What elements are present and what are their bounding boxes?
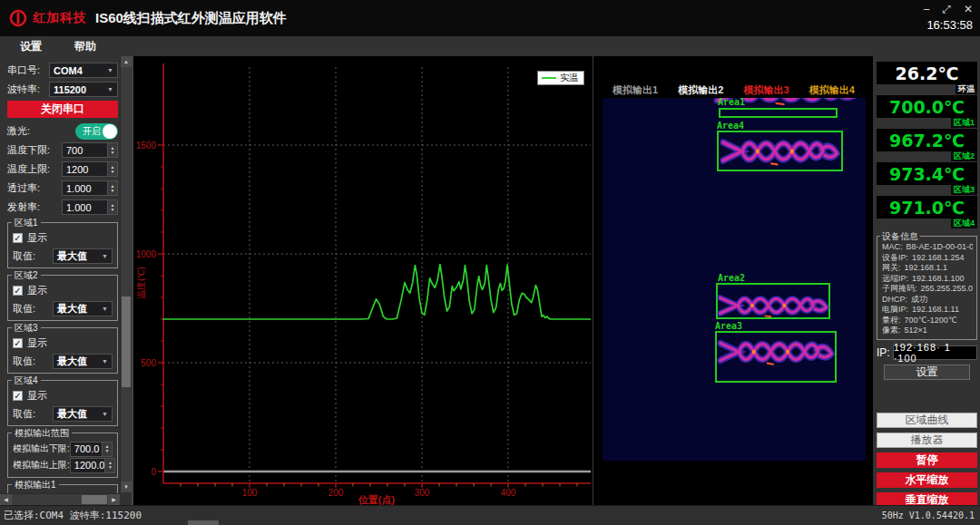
maximize-icon[interactable]: ⤢ bbox=[942, 3, 951, 15]
ambient-temp-value: 26.2℃ bbox=[877, 62, 977, 84]
ip-address-input[interactable]: 192·168· 1 ·100 bbox=[893, 345, 977, 360]
close-serial-button[interactable]: 关闭串口 bbox=[7, 101, 118, 118]
control-sidebar: 串口号: COM4▼ 波特率: 115200▼ 关闭串口 激光: 开启 bbox=[0, 56, 132, 505]
area3-group: 区域3 ✓ 显示 取值: 最大值▼ bbox=[7, 327, 118, 374]
spinner-arrows[interactable]: ▲▼ bbox=[107, 200, 117, 214]
analog-lower-input[interactable]: 700.0▲▼ bbox=[70, 442, 113, 457]
menu-bar: 设置 帮助 bbox=[0, 36, 980, 56]
sidebar-horizontal-scrollbar[interactable]: ◀ ▶ bbox=[0, 493, 120, 505]
spinner-arrows[interactable]: ▲▼ bbox=[107, 181, 117, 195]
ip-settings-button[interactable]: 设置 bbox=[884, 365, 970, 380]
area1-box[interactable] bbox=[719, 108, 838, 118]
chart-legend: 实温 bbox=[537, 71, 584, 85]
temp-lower-label: 温度下限: bbox=[7, 143, 50, 157]
horizontal-zoom-button[interactable]: 水平缩放 bbox=[877, 472, 977, 488]
device-info-row: 电脑IP:192.168.1.11 bbox=[882, 305, 973, 316]
taskbar-peek bbox=[188, 520, 219, 525]
svg-text:1500: 1500 bbox=[136, 141, 157, 151]
scroll-left-icon[interactable]: ◀ bbox=[0, 494, 12, 505]
spinner-arrows[interactable]: ▲▼ bbox=[107, 143, 117, 157]
logo-icon bbox=[9, 9, 27, 27]
temp-upper-label: 温度上限: bbox=[7, 162, 50, 176]
legend-line-swatch bbox=[542, 77, 556, 79]
pause-button[interactable]: 暂停 bbox=[877, 452, 977, 468]
area4-label: Area4 bbox=[717, 121, 744, 131]
area2-group: 区域2 ✓ 显示 取值: 最大值▼ bbox=[7, 275, 118, 321]
area1-show-checkbox[interactable]: ✓ bbox=[13, 233, 23, 243]
svg-text:1000: 1000 bbox=[136, 249, 157, 259]
spinner-arrows[interactable]: ▲▼ bbox=[102, 442, 112, 456]
emissivity-input[interactable]: 1.000▲▼ bbox=[62, 199, 118, 215]
analog-upper-input[interactable]: 1200.0▲▼ bbox=[70, 458, 116, 473]
scrollbar-thumb[interactable] bbox=[122, 297, 131, 387]
device-info-row: 量程:700℃-1200℃ bbox=[882, 316, 973, 326]
area3-show-checkbox[interactable]: ✓ bbox=[13, 338, 23, 348]
area1-temp-value: 700.0℃ bbox=[877, 95, 977, 118]
area1-group: 区域1 ✓ 显示 取值: 最大值▼ bbox=[7, 222, 118, 268]
area4-box[interactable] bbox=[717, 131, 843, 171]
serial-port-select[interactable]: COM4▼ bbox=[49, 63, 118, 78]
title-bar: 红加科技 IS60线扫描式红外测温应用软件 – ⤢ ✕ 16:53:58 bbox=[0, 0, 980, 36]
app-title: IS60线扫描式红外测温应用软件 bbox=[95, 10, 287, 27]
area1-value-select[interactable]: 最大值▼ bbox=[53, 248, 113, 264]
area2-value-select[interactable]: 最大值▼ bbox=[53, 301, 113, 316]
ip-label: IP: bbox=[877, 346, 890, 359]
clock: 16:53:58 bbox=[926, 18, 973, 32]
scrollbar-thumb[interactable] bbox=[82, 495, 107, 504]
analog-range-group: 模拟输出范围 模拟输出下限: 700.0▲▼ 模拟输出上限: 1200.0▲▼ bbox=[7, 433, 118, 478]
svg-text:300: 300 bbox=[415, 488, 430, 498]
area4-temp-label: 区域4 bbox=[951, 219, 977, 228]
status-bar: 已选择:COM4 波特率:115200 50Hz V1.0.54420.1 bbox=[0, 505, 980, 525]
area3-box[interactable] bbox=[715, 331, 837, 383]
laser-label: 激光: bbox=[7, 124, 30, 138]
scroll-up-icon[interactable]: ▲ bbox=[121, 56, 132, 67]
area4-show-checkbox[interactable]: ✓ bbox=[13, 391, 23, 401]
sidebar-vertical-scrollbar[interactable]: ▲ ▼ bbox=[120, 56, 131, 492]
thermal-pattern bbox=[717, 290, 829, 321]
chevron-down-icon: ▼ bbox=[102, 358, 108, 365]
transmittance-label: 透过率: bbox=[7, 181, 40, 195]
temp-lower-input[interactable]: 700▲▼ bbox=[62, 142, 118, 158]
player-button[interactable]: 播放器 bbox=[877, 433, 977, 448]
spinner-arrows[interactable]: ▲▼ bbox=[107, 162, 117, 176]
thermal-pattern bbox=[720, 133, 840, 170]
close-icon[interactable]: ✕ bbox=[964, 3, 973, 15]
menu-settings[interactable]: 设置 bbox=[20, 39, 42, 54]
device-info-row: 设备IP:192.168.1.254 bbox=[882, 253, 973, 264]
area3-value-select[interactable]: 最大值▼ bbox=[53, 354, 113, 369]
thermal-pattern bbox=[717, 335, 835, 369]
area4-value-select[interactable]: 最大值▼ bbox=[53, 406, 113, 422]
area3-temp-label: 区域3 bbox=[951, 185, 977, 195]
baud-rate-select[interactable]: 115200▼ bbox=[49, 82, 118, 97]
chevron-down-icon: ▼ bbox=[102, 253, 108, 259]
scroll-down-icon[interactable]: ▼ bbox=[121, 481, 132, 492]
legend-label: 实温 bbox=[560, 72, 578, 84]
chevron-down-icon: ▼ bbox=[102, 306, 108, 312]
device-info-row: DHCP:成功 bbox=[882, 295, 973, 306]
area2-box[interactable] bbox=[716, 283, 830, 319]
area1-temp-label: 区域1 bbox=[951, 118, 977, 128]
area3-temp-value: 973.4℃ bbox=[877, 162, 977, 185]
menu-help[interactable]: 帮助 bbox=[74, 39, 96, 54]
area2-show-checkbox[interactable]: ✓ bbox=[13, 286, 23, 296]
minimize-icon[interactable]: – bbox=[924, 3, 930, 15]
serial-port-label: 串口号: bbox=[7, 63, 40, 77]
svg-text:100: 100 bbox=[242, 488, 258, 498]
device-info-row: 子网掩码:255.255.255.0 bbox=[882, 284, 973, 295]
area2-label: Area2 bbox=[718, 273, 745, 283]
temperature-line-chart: 050010001500100200300400位置(点)温度(℃) bbox=[133, 56, 594, 505]
svg-text:500: 500 bbox=[141, 358, 156, 368]
transmittance-input[interactable]: 1.000▲▼ bbox=[62, 180, 118, 196]
thermal-image-panel: 模拟输出1 模拟输出2 模拟输出3 模拟输出4 Area1 Area4 Area… bbox=[593, 56, 873, 505]
area-curve-button[interactable]: 区域曲线 bbox=[877, 413, 977, 428]
status-selected-port: 已选择:COM4 波特率:115200 bbox=[4, 509, 142, 522]
laser-toggle[interactable]: 开启 bbox=[75, 123, 118, 140]
infrared-image[interactable]: Area1 Area4 Area2 Area3 bbox=[603, 98, 866, 461]
scroll-right-icon[interactable]: ▶ bbox=[108, 494, 120, 505]
area4-temp-value: 971.0℃ bbox=[877, 196, 977, 219]
chevron-down-icon: ▼ bbox=[102, 411, 108, 417]
device-info-row: 远端IP:192.168.1.100 bbox=[882, 274, 973, 285]
spinner-arrows[interactable]: ▲▼ bbox=[104, 459, 114, 472]
logo: 红加科技 bbox=[9, 9, 87, 27]
temp-upper-input[interactable]: 1200▲▼ bbox=[62, 161, 118, 177]
